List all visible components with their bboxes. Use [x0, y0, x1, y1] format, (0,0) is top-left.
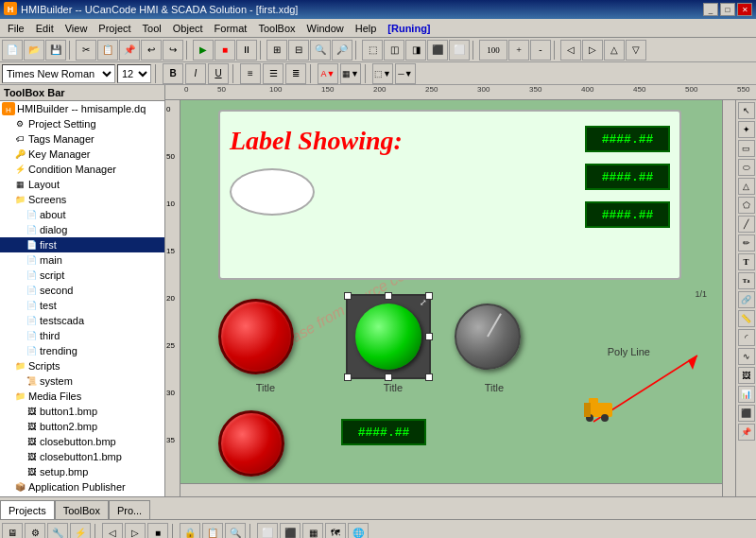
tb-nav-1[interactable]: ◁ — [560, 40, 581, 61]
align-left-button[interactable]: ≡ — [240, 63, 261, 84]
redo-button[interactable]: ↪ — [163, 40, 183, 61]
align-center-button[interactable]: ☰ — [263, 63, 284, 84]
bi-btn-3[interactable]: 🔧 — [47, 523, 68, 539]
tb-nav-4[interactable]: ▽ — [626, 40, 646, 61]
red-button-2[interactable] — [218, 410, 284, 477]
menu-edit[interactable]: Edit — [30, 21, 60, 36]
tree-item-button1[interactable]: 🖼 button1.bmp — [0, 404, 164, 419]
tree-item-explore[interactable]: 📂 Explore Project Folder — [0, 495, 164, 496]
rt-line-tool[interactable]: ╱ — [738, 216, 755, 233]
tree-item-system[interactable]: 📜 system — [0, 373, 164, 389]
rt-ellipse-tool[interactable]: ⬭ — [738, 159, 755, 176]
tree-item-media-files[interactable]: 📁 Media Files — [0, 389, 164, 404]
font-size-select[interactable]: 12 — [117, 64, 151, 83]
tree-item-button2[interactable]: 🖼 button2.bmp — [0, 419, 164, 434]
oval-shape[interactable] — [230, 168, 315, 216]
rt-measure-tool[interactable]: 📏 — [738, 310, 755, 327]
bi-btn-10[interactable]: 🔍 — [225, 523, 246, 539]
scrollbar-horizontal[interactable] — [180, 483, 722, 496]
rt-pencil-tool[interactable]: ✏ — [738, 234, 755, 252]
tree-item-about[interactable]: 📄 about — [0, 207, 164, 222]
tb-extra-2[interactable]: ◫ — [384, 40, 404, 61]
menu-toolbox[interactable]: ToolBox — [252, 21, 301, 36]
tree-item-first[interactable]: 📄 first — [0, 237, 164, 252]
menu-project[interactable]: Project — [93, 21, 136, 36]
tree-item-setup[interactable]: 🖼 setup.bmp — [0, 464, 164, 479]
bi-btn-9[interactable]: 📋 — [202, 523, 223, 539]
bi-btn-13[interactable]: ▦ — [302, 523, 323, 539]
tree-item-test[interactable]: 📄 test — [0, 298, 164, 313]
rt-link-tool[interactable]: 🔗 — [738, 291, 755, 308]
new-button[interactable]: 📄 — [2, 40, 23, 61]
pause-button[interactable]: ⏸ — [236, 40, 257, 61]
zoom-out-button[interactable]: 🔎 — [332, 40, 352, 61]
tree-item-closebutton1[interactable]: 🖼 closebutton1.bmp — [0, 449, 164, 464]
menu-view[interactable]: View — [60, 21, 94, 36]
close-button[interactable]: ✕ — [737, 3, 752, 16]
menu-help[interactable]: Help — [350, 21, 383, 36]
copy-button[interactable]: 📋 — [97, 40, 118, 61]
zoom-minus-icon[interactable]: - — [530, 40, 551, 61]
menu-window[interactable]: Window — [301, 21, 350, 36]
tree-item-hmibuilder[interactable]: H HMIBuilder -- hmisample.dq — [0, 101, 164, 116]
tree-item-screens[interactable]: 📁 Screens — [0, 192, 164, 207]
tree-item-tags-manager[interactable]: 🏷 Tags Manager — [0, 131, 164, 147]
tree-item-scripts[interactable]: 📁 Scripts — [0, 358, 164, 373]
underline-button[interactable]: U — [208, 63, 229, 84]
tree-item-layout[interactable]: ▦ Layout — [0, 177, 164, 192]
rt-bezier-tool[interactable]: ∿ — [738, 348, 755, 365]
tree-item-key-manager[interactable]: 🔑 Key Manager — [0, 147, 164, 162]
tree-item-script[interactable]: 📄 script — [0, 268, 164, 283]
minimize-button[interactable]: _ — [703, 3, 718, 16]
save-button[interactable]: 💾 — [45, 40, 66, 61]
bi-btn-15[interactable]: 🌐 — [348, 523, 369, 539]
menu-tool[interactable]: Tool — [137, 21, 167, 36]
rt-chart-tool[interactable]: 📊 — [738, 386, 755, 403]
rt-arc-tool[interactable]: ◜ — [738, 329, 755, 346]
undo-button[interactable]: ↩ — [141, 40, 162, 61]
label-showing-box[interactable]: Label Showing: ####.## ####.## ####.## — [218, 110, 681, 280]
tb-extra-3[interactable]: ◨ — [405, 40, 426, 61]
bold-button[interactable]: B — [163, 63, 183, 84]
rt-select-tool[interactable]: ↖ — [738, 102, 755, 119]
rt-component-tool[interactable]: ⬛ — [738, 405, 755, 422]
rt-image-tool[interactable]: 🖼 — [738, 367, 755, 384]
bi-btn-2[interactable]: ⚙ — [25, 523, 45, 539]
knob[interactable] — [455, 304, 521, 370]
tree-item-dialog[interactable]: 📄 dialog — [0, 222, 164, 237]
tab-toolbox[interactable]: ToolBox — [55, 500, 109, 519]
tree-item-project-setting[interactable]: ⚙ Project Setting — [0, 116, 164, 131]
tab-projects[interactable]: Projects — [0, 500, 55, 519]
display-2[interactable]: ####.## — [585, 164, 670, 190]
tree-item-third[interactable]: 📄 third — [0, 328, 164, 343]
rt-triangle-tool[interactable]: △ — [738, 178, 755, 195]
zoom-fit-button[interactable]: 100 — [479, 40, 507, 61]
tb-extra-5[interactable]: ⬜ — [449, 40, 470, 61]
display-bottom[interactable]: ####.## — [341, 419, 426, 445]
zoom-plus-icon[interactable]: + — [508, 40, 529, 61]
tree-item-second[interactable]: 📄 second — [0, 283, 164, 298]
tree-item-condition-manager[interactable]: ⚡ Condition Manager — [0, 162, 164, 177]
display-3[interactable]: ####.## — [585, 201, 670, 228]
red-button-1[interactable] — [218, 299, 294, 374]
maximize-button[interactable]: □ — [720, 3, 735, 16]
bi-btn-6[interactable]: ▷ — [125, 523, 146, 539]
run-button[interactable]: ▶ — [193, 40, 214, 61]
grid-button[interactable]: ⊞ — [266, 40, 287, 61]
tb-extra-1[interactable]: ⬚ — [362, 40, 383, 61]
display-1[interactable]: ####.## — [585, 126, 670, 152]
border-button[interactable]: ⬚▼ — [372, 63, 393, 84]
tb-nav-2[interactable]: ▷ — [582, 40, 603, 61]
font-name-select[interactable]: Times New Roman — [2, 64, 115, 83]
tree-item-trending[interactable]: 📄 trending — [0, 343, 164, 358]
tb-extra-4[interactable]: ⬛ — [427, 40, 448, 61]
bg-color-button[interactable]: ▦▼ — [340, 63, 361, 84]
rt-rect-tool[interactable]: ▭ — [738, 140, 755, 157]
bi-btn-7[interactable]: ■ — [147, 523, 168, 539]
open-button[interactable]: 📂 — [24, 40, 44, 61]
menu-object[interactable]: Object — [167, 21, 209, 36]
rt-polygon-tool[interactable]: ⬠ — [738, 197, 755, 214]
tb-nav-3[interactable]: △ — [604, 40, 625, 61]
tree-item-testscada[interactable]: 📄 testscada — [0, 313, 164, 328]
cut-button[interactable]: ✂ — [76, 40, 96, 61]
